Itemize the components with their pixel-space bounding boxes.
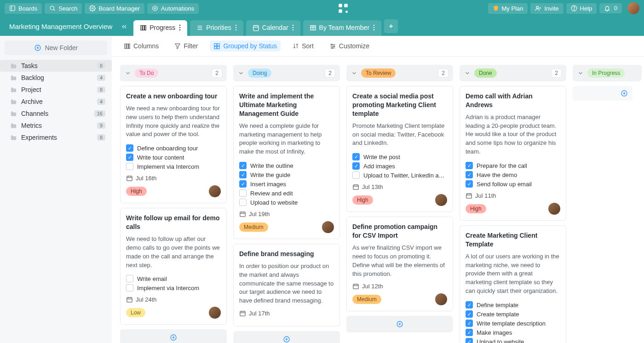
sort-tool[interactable]: Sort (289, 40, 317, 51)
card[interactable]: Demo call with Adrian Andrews Adrian is … (460, 86, 566, 221)
checklist-item[interactable]: ✓ Write the guide (239, 170, 334, 179)
collapse-column-icon[interactable] (464, 70, 471, 76)
boards-button[interactable]: Boards (5, 3, 42, 14)
invite-button[interactable]: Invite (530, 3, 563, 14)
checkbox-icon[interactable] (352, 172, 360, 179)
automations-button[interactable]: Automations (147, 3, 199, 14)
checkbox-icon[interactable]: ✓ (466, 301, 473, 309)
checkbox-icon[interactable]: ✓ (466, 171, 473, 178)
checklist-item[interactable]: ✓ Write tour content (126, 153, 221, 162)
collapse-column-icon[interactable] (125, 70, 131, 76)
card[interactable]: Create Marketing Client Template A lot o… (460, 225, 566, 343)
checkbox-icon[interactable]: ✓ (352, 162, 360, 170)
checklist-item[interactable]: ✓ Insert images (239, 179, 334, 189)
collapse-column-icon[interactable] (577, 70, 584, 76)
checklist-item[interactable]: ✓ Define onboarding tour (126, 143, 221, 153)
checklist-item[interactable]: ✓ Add images (352, 161, 447, 171)
checkbox-icon[interactable]: ✓ (466, 180, 473, 188)
add-card-button[interactable] (573, 86, 632, 101)
assignee-avatar[interactable] (435, 293, 447, 305)
checklist-item[interactable]: ✓ Have the demo (466, 170, 560, 179)
tab-calendar[interactable]: Calendar (246, 20, 300, 36)
my-plan-button[interactable]: My Plan (488, 3, 528, 14)
group-tool[interactable]: Grouped by Status (210, 40, 281, 51)
assignee-avatar[interactable] (209, 185, 221, 197)
search-button[interactable]: Search (45, 3, 82, 14)
notifications-button[interactable]: 0 (599, 3, 622, 13)
folder-archive[interactable]: Archive 4 (0, 96, 112, 108)
user-avatar[interactable] (627, 2, 639, 14)
checkbox-icon[interactable]: ✓ (239, 180, 247, 188)
card[interactable]: Define brand messaging In order to posit… (233, 244, 340, 326)
group-icon (213, 43, 220, 50)
checklist-item[interactable]: ✓ Upload to website (466, 337, 560, 343)
tab-menu-icon[interactable] (292, 24, 294, 31)
card[interactable]: Create a social media post promoting Mar… (346, 86, 453, 212)
checklist-item[interactable]: Upload to Twitter, LinkedIn and ... (352, 171, 447, 180)
filter-label: Filter (184, 42, 198, 50)
folder-experiments[interactable]: Experiments 8 (0, 131, 112, 143)
checkbox-icon[interactable]: ✓ (466, 338, 473, 343)
checklist-item[interactable]: ✓ Write the post (352, 152, 447, 161)
tab-by-team-member[interactable]: By Team Member (303, 20, 381, 36)
folder-backlog[interactable]: Backlog 4 (0, 72, 112, 84)
tab-priorities[interactable]: Priorities (190, 20, 243, 36)
folder-tasks[interactable]: Tasks 8 (0, 60, 112, 72)
add-tab-button[interactable] (384, 19, 398, 33)
checklist-item[interactable]: ✓ Send follow up email (466, 179, 560, 189)
tab-menu-icon[interactable] (179, 24, 181, 31)
tab-menu-icon[interactable] (235, 24, 237, 31)
checkbox-icon[interactable] (126, 284, 133, 292)
folder-channels[interactable]: Channels 16 (0, 108, 112, 120)
assignee-avatar[interactable] (209, 307, 221, 319)
checklist-item[interactable]: ✓ Create template (466, 309, 560, 319)
assignee-avatar[interactable] (548, 203, 560, 215)
checkbox-icon[interactable]: ✓ (352, 153, 360, 160)
checklist-item[interactable]: ✓ Make images (466, 328, 560, 337)
tab-progress[interactable]: Progress (133, 20, 187, 36)
card[interactable]: Write and implement the Ultimate Marketi… (233, 86, 340, 239)
add-card-button[interactable] (120, 329, 227, 343)
checkbox-icon[interactable] (239, 199, 247, 206)
checkbox-icon[interactable]: ✓ (239, 171, 247, 178)
help-button[interactable]: Help (566, 3, 597, 14)
checkbox-icon[interactable] (126, 275, 133, 282)
collapse-column-icon[interactable] (351, 70, 357, 76)
checkbox-icon[interactable]: ✓ (466, 320, 473, 327)
logo-area (201, 2, 485, 14)
card[interactable]: Define promotion campaign for CSV Import… (346, 217, 453, 311)
board-manager-button[interactable]: Board Manager (85, 3, 144, 14)
checklist-item[interactable]: ✓ Write template description (466, 319, 560, 328)
checkbox-icon[interactable]: ✓ (126, 144, 133, 152)
checklist-item[interactable]: ✓ Write the outline (239, 161, 334, 170)
folder-metrics[interactable]: Metrics 9 (0, 120, 112, 131)
checkbox-icon[interactable] (239, 189, 247, 197)
tab-menu-icon[interactable] (373, 24, 375, 31)
assignee-avatar[interactable] (435, 194, 447, 206)
add-card-button[interactable] (346, 316, 453, 332)
checklist-item[interactable]: Implement via Intercom (126, 283, 221, 292)
new-folder-button[interactable]: New Folder (5, 40, 107, 55)
collapse-column-icon[interactable] (238, 70, 244, 76)
checklist-item[interactable]: Upload to website (239, 198, 334, 207)
customize-tool[interactable]: Customize (326, 40, 373, 51)
checklist-item[interactable]: Review and edit (239, 189, 334, 198)
folder-project[interactable]: Project 8 (0, 84, 112, 96)
checkbox-icon[interactable]: ✓ (239, 162, 247, 169)
checklist-item[interactable]: Write email (126, 274, 221, 283)
assignee-avatar[interactable] (322, 221, 334, 233)
add-card-button[interactable] (233, 331, 340, 343)
checkbox-icon[interactable]: ✓ (126, 154, 133, 161)
checklist-item[interactable]: Implement via Intercom (126, 162, 221, 171)
checklist-item[interactable]: ✓ Prepare for the call (466, 161, 560, 170)
checklist-item[interactable]: ✓ Define template (466, 300, 560, 309)
checkbox-icon[interactable]: ✓ (466, 310, 473, 318)
checkbox-icon[interactable]: ✓ (466, 162, 473, 169)
checkbox-icon[interactable] (126, 163, 133, 170)
card[interactable]: Create a new onboarding tour We need a n… (120, 86, 227, 203)
filter-tool[interactable]: Filter (171, 40, 201, 51)
card[interactable]: Write follow up email for demo calls We … (120, 208, 227, 325)
collapse-sidebar-button[interactable] (121, 23, 131, 36)
columns-tool[interactable]: Columns (120, 40, 162, 51)
checkbox-icon[interactable]: ✓ (466, 329, 473, 336)
